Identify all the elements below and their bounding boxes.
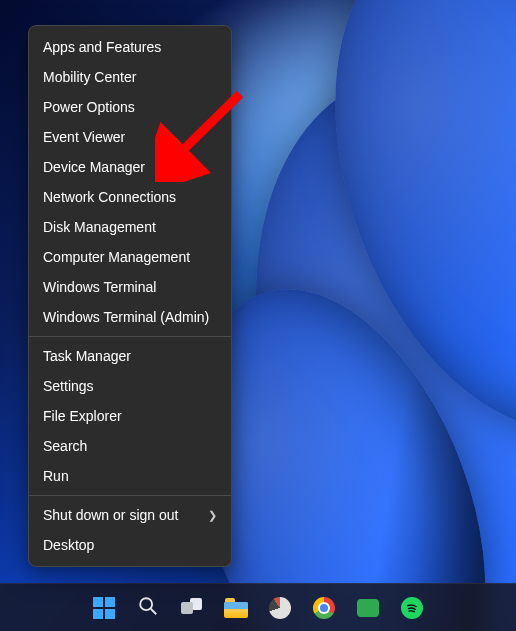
menu-item-label: Desktop xyxy=(43,537,94,553)
menu-item-label: Run xyxy=(43,468,69,484)
menu-item-label: Settings xyxy=(43,378,94,394)
menu-section-1: Apps and Features Mobility Center Power … xyxy=(29,30,231,334)
menu-item-label: Network Connections xyxy=(43,189,176,205)
menu-divider xyxy=(29,495,231,496)
menu-item-network-connections[interactable]: Network Connections xyxy=(29,182,231,212)
taskbar-taskview-button[interactable] xyxy=(175,591,209,625)
menu-item-label: Device Manager xyxy=(43,159,145,175)
circle-app-icon xyxy=(269,597,291,619)
taskbar xyxy=(0,583,516,631)
search-icon xyxy=(137,595,159,620)
menu-item-shutdown-signout[interactable]: Shut down or sign out ❯ xyxy=(29,500,231,530)
menu-item-apps-features[interactable]: Apps and Features xyxy=(29,32,231,62)
spotify-icon xyxy=(401,597,423,619)
winx-context-menu: Apps and Features Mobility Center Power … xyxy=(28,25,232,567)
menu-section-3: Shut down or sign out ❯ Desktop xyxy=(29,498,231,562)
menu-item-label: Mobility Center xyxy=(43,69,136,85)
menu-item-label: Task Manager xyxy=(43,348,131,364)
menu-item-event-viewer[interactable]: Event Viewer xyxy=(29,122,231,152)
menu-item-settings[interactable]: Settings xyxy=(29,371,231,401)
menu-item-mobility-center[interactable]: Mobility Center xyxy=(29,62,231,92)
menu-item-search[interactable]: Search xyxy=(29,431,231,461)
menu-item-label: Shut down or sign out xyxy=(43,507,178,523)
chat-icon xyxy=(357,599,379,617)
chevron-right-icon: ❯ xyxy=(208,509,217,522)
menu-item-label: Windows Terminal (Admin) xyxy=(43,309,209,325)
menu-item-power-options[interactable]: Power Options xyxy=(29,92,231,122)
chrome-icon xyxy=(313,597,335,619)
taskbar-app-spotify[interactable] xyxy=(395,591,429,625)
menu-item-file-explorer[interactable]: File Explorer xyxy=(29,401,231,431)
svg-point-2 xyxy=(140,598,152,610)
menu-item-run[interactable]: Run xyxy=(29,461,231,491)
menu-item-label: Computer Management xyxy=(43,249,190,265)
taskbar-app-chat[interactable] xyxy=(351,591,385,625)
menu-item-label: Windows Terminal xyxy=(43,279,156,295)
menu-item-desktop[interactable]: Desktop xyxy=(29,530,231,560)
menu-item-task-manager[interactable]: Task Manager xyxy=(29,341,231,371)
menu-item-computer-management[interactable]: Computer Management xyxy=(29,242,231,272)
menu-item-windows-terminal[interactable]: Windows Terminal xyxy=(29,272,231,302)
menu-item-label: Power Options xyxy=(43,99,135,115)
task-view-icon xyxy=(181,598,203,618)
menu-item-windows-terminal-admin[interactable]: Windows Terminal (Admin) xyxy=(29,302,231,332)
menu-item-device-manager[interactable]: Device Manager xyxy=(29,152,231,182)
taskbar-app-chrome[interactable] xyxy=(307,591,341,625)
menu-item-label: File Explorer xyxy=(43,408,122,424)
taskbar-start-button[interactable] xyxy=(87,591,121,625)
taskbar-app-opera[interactable] xyxy=(263,591,297,625)
file-explorer-icon xyxy=(224,598,248,618)
menu-item-label: Disk Management xyxy=(43,219,156,235)
windows-logo-icon xyxy=(93,597,115,619)
svg-line-3 xyxy=(151,609,157,615)
menu-item-label: Event Viewer xyxy=(43,129,125,145)
taskbar-search-button[interactable] xyxy=(131,591,165,625)
menu-item-label: Apps and Features xyxy=(43,39,161,55)
menu-item-label: Search xyxy=(43,438,87,454)
menu-divider xyxy=(29,336,231,337)
menu-item-disk-management[interactable]: Disk Management xyxy=(29,212,231,242)
taskbar-file-explorer-button[interactable] xyxy=(219,591,253,625)
menu-section-2: Task Manager Settings File Explorer Sear… xyxy=(29,339,231,493)
